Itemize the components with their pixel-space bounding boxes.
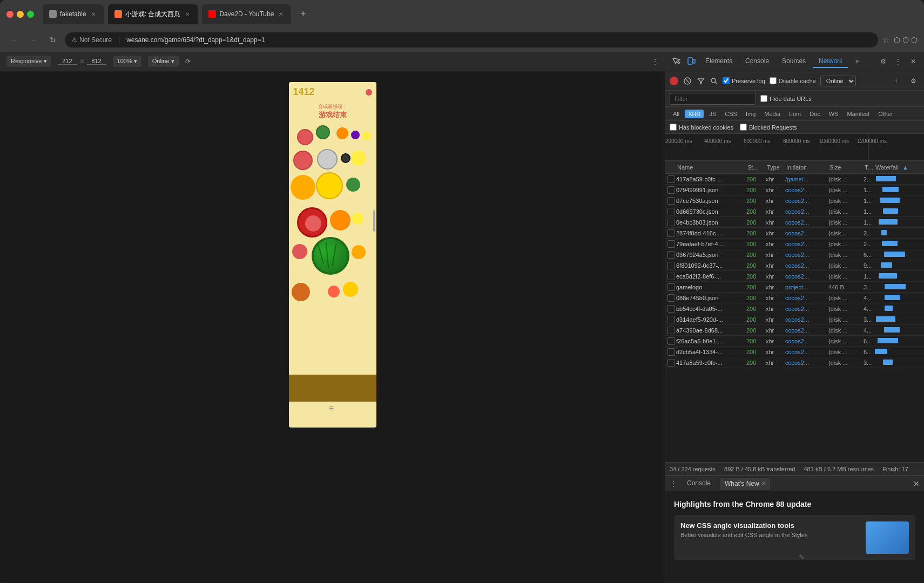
row-checkbox[interactable] bbox=[667, 262, 675, 269]
tab-close-1[interactable]: ✕ bbox=[90, 10, 97, 18]
tab-console[interactable]: Console bbox=[740, 55, 774, 68]
network-table[interactable]: Name St... Type Initiator Size T... Wate… bbox=[665, 161, 924, 462]
row-checkbox[interactable] bbox=[667, 316, 675, 323]
minimize-button[interactable] bbox=[17, 11, 24, 18]
filter-input[interactable] bbox=[670, 93, 756, 105]
th-status[interactable]: St... bbox=[745, 164, 765, 171]
preserve-log-input[interactable] bbox=[723, 77, 730, 84]
table-row[interactable]: bb54cc4f-da05-... 200 xhr cocos2... (dis… bbox=[665, 303, 924, 314]
responsive-button[interactable]: Responsive ▾ bbox=[6, 56, 51, 67]
table-row[interactable]: d2cb5a4f-1334-... 200 xhr cocos2... (dis… bbox=[665, 347, 924, 357]
row-checkbox[interactable] bbox=[667, 294, 675, 302]
zoom-button[interactable]: 100% ▾ bbox=[113, 56, 141, 67]
bp-whats-new-tab[interactable]: What's New ✕ bbox=[720, 478, 770, 490]
table-row[interactable]: 079499991.json 200 xhr cocos2... (disk .… bbox=[665, 185, 924, 195]
tab-sources[interactable]: Sources bbox=[777, 55, 811, 68]
table-row[interactable]: 0367924a5.json 200 xhr cocos2... (disk .… bbox=[665, 249, 924, 260]
cookie-filter-blocked_requests[interactable]: Blocked Requests bbox=[740, 124, 797, 131]
th-size[interactable]: Size bbox=[827, 164, 862, 171]
tab-network[interactable]: Network bbox=[813, 55, 848, 68]
clear-button[interactable] bbox=[683, 76, 692, 86]
table-row[interactable]: gamelogo 200 xhr project... 446 B 3... bbox=[665, 282, 924, 293]
scroll-handle[interactable] bbox=[373, 210, 375, 232]
device-more-icon[interactable]: ⋮ bbox=[652, 58, 658, 65]
tab-more-panels[interactable]: » bbox=[850, 55, 865, 68]
type-filter-ws[interactable]: WS bbox=[826, 110, 842, 118]
type-filter-css[interactable]: CSS bbox=[721, 110, 740, 118]
width-input[interactable] bbox=[58, 58, 77, 65]
type-filter-other[interactable]: Other bbox=[875, 110, 896, 118]
back-button[interactable]: ← bbox=[6, 32, 22, 48]
devtools-settings-button[interactable]: ⚙ bbox=[876, 55, 889, 68]
rotate-icon[interactable]: ⟳ bbox=[185, 58, 191, 65]
row-checkbox[interactable] bbox=[667, 359, 675, 367]
table-row[interactable]: eca5d2f2-8ef6-... 200 xhr cocos2... (dis… bbox=[665, 271, 924, 282]
bookmark-icon[interactable]: ☆ bbox=[882, 36, 889, 44]
table-row[interactable]: 088e745b0.json 200 xhr cocos2... (disk .… bbox=[665, 293, 924, 303]
th-type[interactable]: Type bbox=[765, 164, 784, 171]
hide-data-urls-checkbox[interactable]: Hide data URLs bbox=[760, 95, 812, 102]
type-filter-all[interactable]: All bbox=[670, 110, 683, 118]
row-checkbox[interactable] bbox=[667, 283, 675, 291]
height-input[interactable] bbox=[87, 58, 106, 65]
inspect-icon[interactable] bbox=[670, 55, 683, 68]
devtools-more-button[interactable]: ⋮ bbox=[892, 55, 905, 68]
table-row[interactable]: 0e4bc3b03.json 200 xhr cocos2... (disk .… bbox=[665, 217, 924, 228]
table-row[interactable]: 6f801092-0c37-... 200 xhr cocos2... (dis… bbox=[665, 260, 924, 271]
row-checkbox[interactable] bbox=[667, 251, 675, 259]
table-row[interactable]: 0d669730c.json 200 xhr cocos2... (disk .… bbox=[665, 206, 924, 217]
throttle-select[interactable]: Online bbox=[820, 76, 856, 86]
record-button[interactable] bbox=[670, 77, 678, 85]
filter-toggle-button[interactable] bbox=[697, 77, 705, 85]
th-time[interactable]: T... bbox=[862, 164, 873, 171]
preserve-log-checkbox[interactable]: Preserve log bbox=[723, 77, 765, 84]
disable-cache-checkbox[interactable]: Disable cache bbox=[770, 77, 816, 84]
reload-button[interactable]: ↻ bbox=[45, 32, 60, 48]
tab-faketable[interactable]: faketable ✕ bbox=[43, 4, 104, 24]
row-checkbox[interactable] bbox=[667, 175, 675, 183]
address-bar[interactable]: ⚠ Not Secure | wesane.com/game/654/?dt_d… bbox=[65, 32, 878, 48]
forward-button[interactable]: → bbox=[26, 32, 41, 48]
device-icon[interactable] bbox=[685, 55, 698, 68]
row-checkbox[interactable] bbox=[667, 327, 675, 334]
tab-youtube[interactable]: Dave2D - YouTube ✕ bbox=[202, 4, 291, 24]
th-waterfall[interactable]: Waterfall ▲ bbox=[873, 164, 922, 171]
online-button[interactable]: Online ▾ bbox=[148, 56, 179, 67]
new-tab-button[interactable]: + bbox=[295, 6, 311, 22]
th-name[interactable]: Name bbox=[675, 164, 745, 171]
type-filter-img[interactable]: Img bbox=[743, 110, 759, 118]
row-checkbox[interactable] bbox=[667, 197, 675, 205]
table-row[interactable]: 2874f8dd-416c-... 200 xhr cocos2... (dis… bbox=[665, 228, 924, 239]
type-filter-media[interactable]: Media bbox=[761, 110, 784, 118]
tab-close-2[interactable]: ✕ bbox=[184, 10, 191, 18]
disable-cache-input[interactable] bbox=[770, 77, 777, 84]
row-checkbox[interactable] bbox=[667, 240, 675, 248]
close-button[interactable] bbox=[6, 11, 14, 18]
extensions-icon[interactable]: ⬡ ⬡ ⬡ bbox=[894, 36, 918, 44]
tab-game[interactable]: 小游戏: 合成大西瓜 ✕ bbox=[108, 4, 198, 24]
table-row[interactable]: 79eafaef-b7ef-4... 200 xhr cocos2... (di… bbox=[665, 239, 924, 249]
table-row[interactable]: 417a8a59-c0fc-... 200 xhr cocos2... (dis… bbox=[665, 357, 924, 368]
table-row[interactable]: 07ce7530a.json 200 xhr cocos2... (disk .… bbox=[665, 195, 924, 206]
bp-console-tab[interactable]: Console bbox=[682, 477, 716, 490]
type-filter-xhr[interactable]: XHR bbox=[685, 110, 704, 118]
row-checkbox[interactable] bbox=[667, 229, 675, 237]
whats-new-close[interactable]: ✕ bbox=[761, 480, 766, 486]
table-row[interactable]: a74390ae-6d68... 200 xhr cocos2... (disk… bbox=[665, 325, 924, 336]
tab-close-3[interactable]: ✕ bbox=[277, 10, 285, 18]
row-checkbox[interactable] bbox=[667, 305, 675, 313]
cookie-filter-blocked_cookies[interactable]: Has blocked cookies bbox=[670, 124, 733, 131]
row-checkbox[interactable] bbox=[667, 186, 675, 194]
tab-elements[interactable]: Elements bbox=[700, 55, 738, 68]
th-initiator[interactable]: Initiator bbox=[784, 164, 827, 171]
row-checkbox[interactable] bbox=[667, 208, 675, 215]
row-checkbox[interactable] bbox=[667, 337, 675, 345]
search-button[interactable] bbox=[710, 77, 718, 85]
row-checkbox[interactable] bbox=[667, 273, 675, 280]
table-row[interactable]: d314aef5-920d-... 200 xhr cocos2... (dis… bbox=[665, 314, 924, 325]
type-filter-doc[interactable]: Doc bbox=[806, 110, 824, 118]
devtools-close-button[interactable]: ✕ bbox=[907, 55, 920, 68]
type-filter-js[interactable]: JS bbox=[706, 110, 719, 118]
row-checkbox[interactable] bbox=[667, 348, 675, 356]
table-row[interactable]: 417a8a59-c0fc-... 200 xhr /game/... (dis… bbox=[665, 174, 924, 185]
